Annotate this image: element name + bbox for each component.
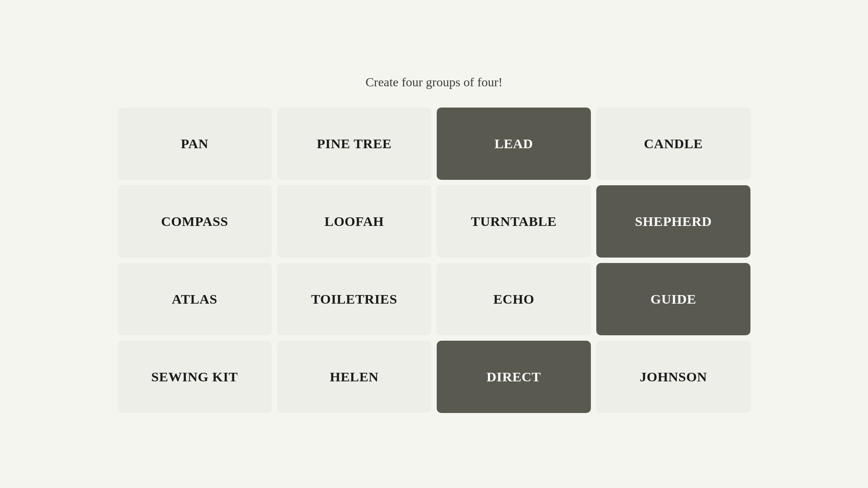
tile-guide[interactable]: GUIDE [596, 263, 750, 335]
tile-pan[interactable]: PAN [118, 108, 272, 180]
tile-compass[interactable]: COMPASS [118, 185, 272, 258]
tile-candle[interactable]: CANDLE [596, 108, 750, 180]
tile-direct[interactable]: DIRECT [437, 341, 591, 413]
tile-sewing-kit[interactable]: SEWING KIT [118, 341, 272, 413]
tile-toiletries[interactable]: TOILETRIES [277, 263, 431, 335]
tile-lead[interactable]: LEAD [437, 108, 591, 180]
tile-atlas[interactable]: ATLAS [118, 263, 272, 335]
tile-loofah[interactable]: LOOFAH [277, 185, 431, 258]
tile-turntable[interactable]: TURNTABLE [437, 185, 591, 258]
tile-johnson[interactable]: JOHNSON [596, 341, 750, 413]
tile-shepherd[interactable]: SHEPHERD [596, 185, 750, 258]
tile-helen[interactable]: HELEN [277, 341, 431, 413]
page-container: Create four groups of four! PANPINE TREE… [108, 57, 760, 431]
tile-pine-tree[interactable]: PINE TREE [277, 108, 431, 180]
tile-grid: PANPINE TREELEADCANDLECOMPASSLOOFAHTURNT… [118, 108, 750, 413]
page-title: Create four groups of four! [365, 75, 502, 89]
tile-echo[interactable]: ECHO [437, 263, 591, 335]
